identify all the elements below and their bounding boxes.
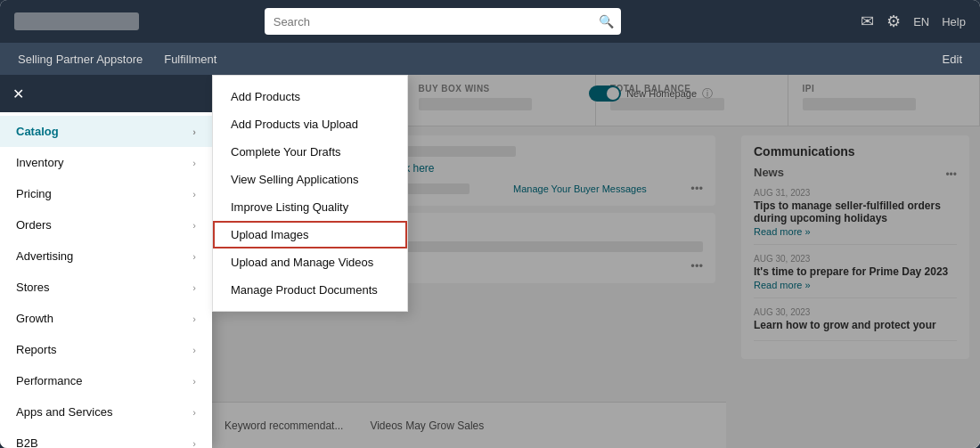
chevron-right-icon-growth: › (192, 314, 196, 324)
sidebar-item-stores[interactable]: Stores › (0, 272, 212, 303)
dropdown-item-upload-videos[interactable]: Upload and Manage Videos (213, 248, 407, 276)
sidebar-item-label-b2b: B2B (16, 436, 38, 448)
sidebar-item-label-catalog: Catalog (16, 125, 59, 138)
chevron-right-icon-inventory: › (192, 158, 196, 168)
search-input[interactable] (265, 8, 621, 35)
chevron-right-icon-apps: › (192, 407, 196, 418)
close-icon[interactable]: ✕ (12, 86, 24, 102)
sidebar-item-advertising[interactable]: Advertising › (0, 240, 212, 272)
chevron-right-icon-stores: › (192, 282, 196, 293)
sidebar-item-label-performance: Performance (16, 374, 82, 387)
language-selector[interactable]: EN (913, 15, 929, 29)
dropdown-item-manage-documents[interactable]: Manage Product Documents (213, 276, 407, 304)
help-link[interactable]: Help (942, 15, 966, 29)
chevron-right-icon-catalog: › (192, 126, 196, 137)
sidebar-item-orders[interactable]: Orders › (0, 209, 212, 240)
chevron-right-icon-pricing: › (192, 189, 196, 200)
subnav-item-appstore[interactable]: Selling Partner Appstore (18, 53, 143, 66)
sidebar-item-catalog[interactable]: Catalog › (0, 116, 212, 147)
chevron-right-icon-b2b: › (192, 438, 196, 449)
sidebar: ✕ Catalog › Inventory › Pricing › Orders… (0, 75, 212, 448)
dropdown-item-improve-listing[interactable]: Improve Listing Quality (213, 193, 407, 221)
sidebar-item-label-growth: Growth (16, 312, 53, 325)
brand-logo (14, 12, 139, 30)
sidebar-item-pricing[interactable]: Pricing › (0, 178, 212, 209)
sidebar-item-inventory[interactable]: Inventory › (0, 147, 212, 178)
sidebar-item-label-pricing: Pricing (16, 187, 52, 200)
mail-icon[interactable]: ✉ (861, 12, 874, 31)
subnav: Selling Partner Appstore Fulfillment Edi… (0, 43, 980, 75)
sidebar-item-label-orders: Orders (16, 218, 52, 232)
sidebar-item-reports[interactable]: Reports › (0, 334, 212, 365)
sidebar-item-growth[interactable]: Growth › (0, 303, 212, 334)
subnav-item-fulfillment[interactable]: Fulfillment (164, 53, 216, 66)
sidebar-header: ✕ (0, 75, 212, 112)
catalog-dropdown: Add Products Add Products via Upload Com… (212, 75, 408, 312)
settings-icon[interactable]: ⚙ (886, 12, 901, 31)
dropdown-item-view-applications[interactable]: View Selling Applications (213, 166, 407, 193)
dropdown-item-upload-images[interactable]: Upload Images (213, 221, 407, 248)
sidebar-item-label-advertising: Advertising (16, 249, 73, 263)
navbar: 🔍 ✉ ⚙ EN Help (0, 0, 980, 43)
dropdown-item-complete-drafts[interactable]: Complete Your Drafts (213, 138, 407, 166)
sidebar-item-label-stores: Stores (16, 281, 50, 294)
sidebar-item-label-reports: Reports (16, 343, 57, 356)
sidebar-item-label-inventory: Inventory (16, 156, 63, 169)
chevron-right-icon-advertising: › (192, 251, 196, 262)
chevron-right-icon-orders: › (192, 220, 196, 231)
chevron-right-icon-performance: › (192, 376, 196, 387)
chevron-right-icon-reports: › (192, 345, 196, 355)
dropdown-item-add-products[interactable]: Add Products (213, 83, 407, 110)
main-content: BUYER MESSAGES BUY BOX WINS TOTAL BALANC… (0, 75, 980, 448)
dropdown-item-add-via-upload[interactable]: Add Products via Upload (213, 110, 407, 138)
sidebar-item-performance[interactable]: Performance › (0, 365, 212, 396)
sidebar-item-label-apps: Apps and Services (16, 405, 112, 419)
subnav-edit[interactable]: Edit (943, 53, 962, 66)
navbar-right: ✉ ⚙ EN Help (861, 12, 966, 31)
screen: 🔍 ✉ ⚙ EN Help Selling Partner Appstore F… (0, 0, 980, 448)
search-container: 🔍 (265, 8, 621, 35)
sidebar-item-b2b[interactable]: B2B › (0, 428, 212, 448)
sidebar-items: Catalog › Inventory › Pricing › Orders ›… (0, 112, 212, 448)
search-icon: 🔍 (599, 14, 614, 29)
navbar-logo (14, 12, 139, 30)
sidebar-item-apps[interactable]: Apps and Services › (0, 396, 212, 428)
